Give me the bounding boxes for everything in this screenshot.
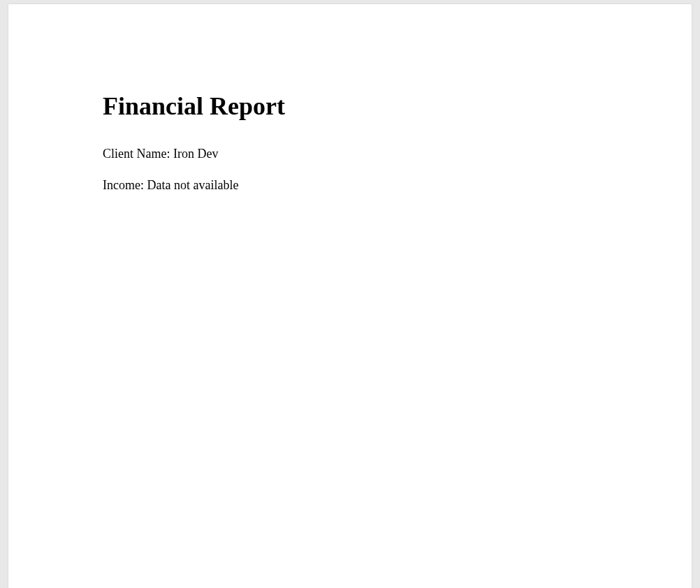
income-line: Income: Data not available xyxy=(103,177,601,193)
report-title: Financial Report xyxy=(103,91,601,121)
client-name-line: Client Name: Iron Dev xyxy=(103,146,601,162)
document-page: Financial Report Client Name: Iron Dev I… xyxy=(8,4,692,588)
page-background: Financial Report Client Name: Iron Dev I… xyxy=(0,0,700,588)
